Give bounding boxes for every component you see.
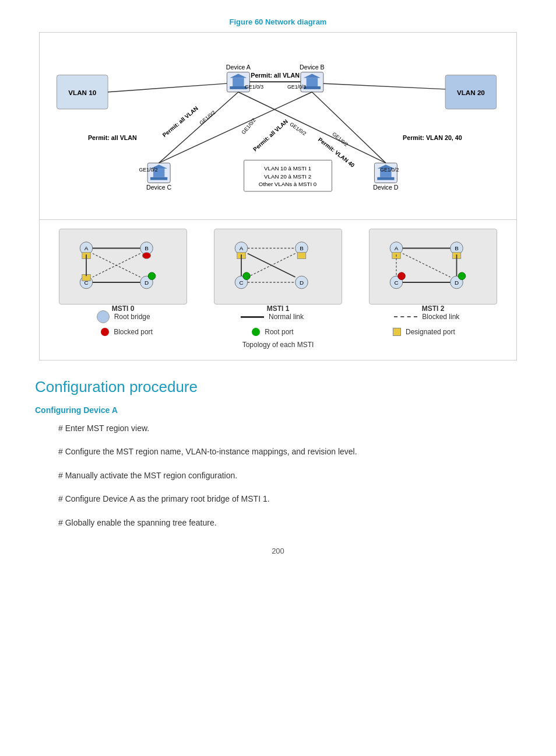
svg-text:VLAN 20: VLAN 20 [457, 89, 485, 96]
svg-line-96 [403, 254, 451, 278]
msti0-svg: A B C D [68, 235, 178, 298]
msti0-box: A B C D [59, 229, 187, 304]
legend-designated-port: Designated port [393, 328, 455, 336]
svg-text:GE1/0/3: GE1/0/3 [287, 84, 306, 90]
svg-rect-7 [230, 86, 247, 89]
legend-root-port: Root port [252, 328, 293, 336]
svg-text:GE1/0/3: GE1/0/3 [245, 84, 263, 90]
legend-row-2: Blocked port Root port Designated port [45, 328, 511, 336]
svg-text:GE1/0/2: GE1/0/2 [331, 131, 349, 148]
svg-rect-17 [150, 177, 167, 180]
svg-line-24 [108, 83, 227, 92]
svg-text:Other VLANs à MSTI 0: Other VLANs à MSTI 0 [259, 181, 317, 187]
config-step-1: # Enter MST region view. [58, 422, 521, 435]
svg-text:VLAN 10: VLAN 10 [68, 89, 96, 96]
msti0-label: MSTI 0 [68, 304, 178, 313]
msti1-label: MSTI 1 [223, 304, 333, 313]
svg-text:Device B: Device B [300, 64, 325, 71]
svg-text:VLAN 10 à MSTI 1: VLAN 10 à MSTI 1 [264, 165, 311, 172]
svg-line-25 [323, 83, 445, 89]
svg-text:A: A [395, 245, 399, 251]
legend-blocked-port: Blocked port [101, 328, 153, 336]
svg-text:GE1/0/2: GE1/0/2 [139, 167, 158, 173]
msti1-svg: A B C D [223, 235, 333, 298]
svg-rect-54 [142, 253, 150, 259]
svg-text:Device C: Device C [146, 184, 172, 191]
msti2-svg: A B C D [378, 235, 488, 298]
svg-text:Permit: all VLAN: Permit: all VLAN [88, 134, 137, 141]
svg-rect-71 [297, 253, 305, 259]
svg-point-60 [148, 272, 156, 280]
svg-line-30 [238, 92, 386, 163]
figure-caption: Figure 60 Network diagram [35, 18, 521, 26]
svg-text:D: D [145, 279, 149, 286]
svg-text:VLAN 20 à MSTI 2: VLAN 20 à MSTI 2 [264, 173, 311, 180]
svg-rect-11 [307, 78, 318, 86]
blocked-port-icon [101, 328, 109, 336]
config-step-3: # Manually activate the MST region confi… [58, 469, 521, 482]
svg-text:B: B [455, 245, 459, 251]
root-port-label: Root port [265, 328, 293, 336]
normal-link-label: Normal link [269, 313, 304, 321]
svg-text:Permit: all VLAN: Permit: all VLAN [251, 72, 300, 79]
svg-text:C: C [394, 279, 398, 286]
svg-text:Device D: Device D [373, 184, 399, 191]
msti-row: A B C D [45, 229, 511, 304]
config-step-5: # Globally enable the spanning tree feat… [58, 516, 521, 529]
normal-link-icon [241, 316, 264, 318]
svg-text:A: A [240, 245, 244, 251]
topology-svg: VLAN 10 VLAN 20 Device A Device B [45, 38, 511, 219]
network-diagram: VLAN 10 VLAN 20 Device A Device B [39, 32, 517, 360]
svg-text:GE1/0/2: GE1/0/2 [240, 117, 256, 135]
legend-blocked-link: Blocked link [394, 313, 459, 321]
designated-port-label: Designated port [406, 328, 455, 336]
config-step-2: # Configure the MST region name, VLAN-to… [58, 445, 521, 458]
msti1-box: A B C D [214, 229, 342, 304]
svg-text:D: D [300, 279, 304, 286]
svg-text:B: B [300, 245, 304, 251]
root-port-icon [252, 328, 260, 336]
msti2-box: A B C D [369, 229, 497, 304]
top-diagram: VLAN 10 VLAN 20 Device A Device B [40, 33, 516, 219]
legend-normal-link: Normal link [241, 313, 304, 321]
page: Figure 60 Network diagram VLAN 10 VLAN 2… [0, 0, 556, 579]
topology-caption: Topology of each MSTI [45, 341, 511, 349]
svg-text:Permit: VLAN 20, 40: Permit: VLAN 20, 40 [403, 134, 462, 141]
svg-point-90 [398, 272, 406, 280]
svg-text:GE1/0/2: GE1/0/2 [380, 167, 399, 173]
bottom-diagram: A B C D [40, 219, 516, 360]
designated-port-icon [393, 328, 401, 336]
svg-text:Permit: all VLAN: Permit: all VLAN [252, 118, 289, 152]
config-subtitle: Configuring Device A [35, 405, 521, 415]
blocked-port-label: Blocked port [114, 328, 153, 336]
svg-point-93 [458, 272, 466, 280]
svg-line-33 [312, 92, 386, 163]
page-number: 200 [35, 547, 521, 555]
msti2-label: MSTI 2 [378, 304, 488, 313]
config-section: Configuration procedure Configuring Devi… [35, 378, 521, 529]
svg-text:Device A: Device A [226, 64, 251, 71]
root-bridge-label: Root bridge [114, 313, 150, 321]
svg-line-32 [159, 92, 312, 163]
config-title: Configuration procedure [35, 378, 521, 396]
svg-text:Permit: all VLAN: Permit: all VLAN [161, 105, 199, 138]
svg-text:GE1/0/2: GE1/0/2 [198, 109, 216, 125]
svg-text:A: A [85, 245, 89, 251]
svg-text:B: B [145, 245, 149, 251]
blocked-link-icon [394, 316, 417, 317]
svg-rect-6 [233, 78, 244, 86]
blocked-link-label: Blocked link [422, 313, 459, 321]
svg-rect-22 [377, 177, 394, 180]
svg-text:D: D [455, 279, 459, 286]
config-step-4: # Configure Device A as the primary root… [58, 492, 521, 505]
svg-rect-12 [304, 86, 321, 89]
svg-text:C: C [239, 279, 243, 286]
